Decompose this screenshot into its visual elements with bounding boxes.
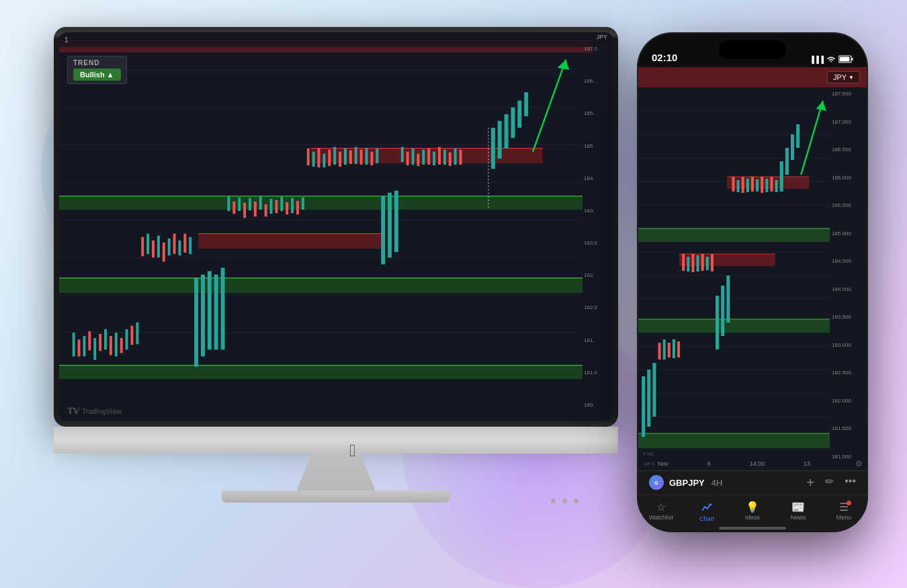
nav-menu[interactable]: ☰ Menu: [821, 502, 867, 521]
nav-news[interactable]: 📰 News: [775, 502, 821, 521]
nav-watchlist[interactable]: ☆ Watchlist: [638, 502, 684, 521]
apple-logo-chin: : [349, 440, 356, 461]
status-time: 02:10: [652, 52, 677, 63]
svg-rect-21: [83, 336, 85, 356]
svg-rect-27: [115, 333, 118, 357]
imac-base: [222, 491, 450, 503]
watchlist-label: Watchlist: [649, 514, 673, 521]
status-icons: ▐▐▐: [810, 55, 853, 63]
svg-rect-76: [381, 196, 385, 265]
chart-settings-icon[interactable]: ⚙: [855, 459, 863, 468]
desktop-chart-bg: 1 JPY TREND Bullish ▲: [59, 32, 613, 421]
svg-rect-141: [706, 257, 709, 270]
iphone-currency-bar: JPY ▼: [638, 67, 867, 87]
svg-rect-159: [796, 124, 800, 148]
svg-rect-13: [59, 196, 582, 210]
svg-rect-59: [291, 198, 294, 213]
spx-label: SPX: [644, 461, 654, 467]
svg-rect-29: [126, 329, 128, 349]
currency-selector[interactable]: JPY ▼: [827, 71, 860, 83]
svg-rect-25: [104, 329, 107, 349]
dot-2: [562, 499, 567, 503]
news-icon: 📰: [791, 502, 805, 513]
svg-rect-20: [78, 339, 81, 356]
dynamic-island: [719, 40, 786, 59]
svg-rect-145: [726, 276, 730, 323]
menu-notification-dot: [847, 501, 851, 505]
dot-3: [574, 499, 578, 503]
svg-rect-69: [344, 149, 347, 165]
svg-rect-23: [93, 338, 96, 360]
svg-rect-55: [270, 199, 273, 214]
svg-rect-72: [360, 150, 363, 165]
desktop-price-labels: 187.0 186. 185. 185. 184. 183. 183.0 182…: [582, 32, 613, 421]
svg-rect-151: [756, 179, 759, 192]
svg-rect-82: [417, 154, 419, 166]
svg-rect-93: [498, 121, 502, 159]
svg-rect-89: [454, 149, 457, 165]
svg-rect-139: [697, 255, 699, 271]
svg-rect-44: [208, 271, 212, 350]
svg-rect-75: [376, 149, 378, 163]
svg-rect-79: [401, 147, 404, 162]
svg-rect-30: [130, 326, 133, 345]
svg-rect-48: [232, 202, 235, 214]
svg-rect-86: [438, 147, 441, 165]
svg-rect-50: [243, 203, 246, 218]
svg-rect-26: [110, 336, 112, 355]
svg-rect-80: [406, 152, 409, 165]
svg-rect-53: [259, 196, 262, 210]
mobile-chart-svg: [638, 87, 830, 470]
svg-rect-97: [524, 92, 528, 116]
svg-rect-156: [780, 161, 783, 192]
news-label: News: [791, 514, 806, 521]
svg-rect-149: [746, 179, 749, 192]
desktop-bullish-badge: Bullish ▲: [73, 69, 121, 81]
svg-rect-81: [412, 149, 415, 165]
nav-ideas[interactable]: 💡 Ideas: [730, 502, 775, 521]
svg-line-98: [533, 60, 566, 152]
svg-rect-51: [249, 198, 251, 210]
svg-rect-46: [221, 267, 225, 349]
svg-rect-40: [183, 234, 186, 253]
svg-rect-144: [721, 286, 724, 336]
svg-rect-36: [163, 243, 165, 261]
add-icon[interactable]: +: [807, 475, 815, 491]
svg-rect-49: [238, 198, 241, 211]
svg-rect-136: [682, 254, 685, 271]
timeframe-badge: 4H: [711, 478, 723, 488]
desktop-trend-box: TREND Bullish ▲: [67, 56, 127, 84]
svg-rect-120: [638, 319, 830, 333]
svg-rect-132: [663, 339, 666, 360]
svg-rect-90: [460, 150, 462, 165]
iphone-chart-area: JPY ▼: [638, 67, 867, 491]
edit-icon[interactable]: ✏: [825, 475, 834, 491]
svg-rect-22: [88, 331, 91, 350]
svg-rect-129: [647, 370, 650, 427]
imac-neck: [296, 453, 376, 493]
svg-rect-94: [505, 114, 509, 149]
menu-icon: ☰: [839, 502, 849, 513]
nav-chart[interactable]: Chart: [684, 501, 730, 522]
battery-icon: [838, 55, 853, 63]
chart-nav-icon: [701, 501, 713, 514]
svg-rect-92: [491, 128, 495, 169]
more-icon[interactable]: •••: [845, 475, 856, 491]
dot-1: [551, 499, 556, 503]
svg-rect-31: [136, 323, 138, 345]
svg-rect-37: [168, 239, 171, 255]
imac-screen: 1 JPY TREND Bullish ▲: [54, 27, 618, 427]
svg-line-160: [801, 101, 823, 175]
svg-rect-73: [365, 149, 368, 165]
svg-rect-57: [280, 197, 283, 211]
svg-rect-85: [433, 152, 435, 165]
iphone-bottom-bar: G GBPJPY 4H + ✏ ••• ☆ Watchlist: [638, 470, 867, 531]
imac-indicator-dots: [551, 499, 578, 503]
svg-rect-24: [99, 334, 101, 351]
svg-rect-42: [194, 278, 198, 367]
svg-rect-60: [296, 201, 299, 214]
ideas-icon: 💡: [746, 502, 759, 513]
svg-rect-68: [339, 152, 341, 167]
svg-rect-131: [658, 343, 661, 360]
svg-rect-77: [388, 193, 392, 258]
